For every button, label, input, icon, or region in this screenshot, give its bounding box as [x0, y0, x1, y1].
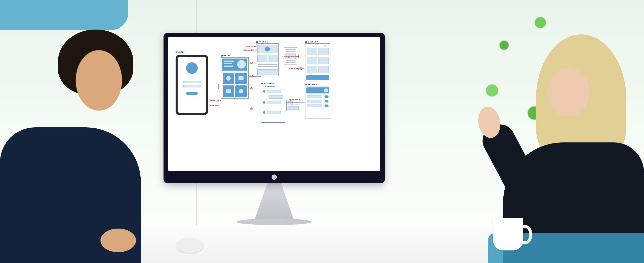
step-marker: 2: [250, 62, 253, 64]
wireframe-login-label: LOGIN: [176, 51, 184, 53]
flow-line: [279, 56, 283, 56]
annotation-application: Application: [289, 98, 300, 101]
person-left: [0, 12, 161, 263]
menu-tile: [235, 73, 247, 84]
monitor-base: [236, 219, 312, 225]
wireframe-profile: PROFILE: [256, 43, 279, 76]
step-marker: 5: [250, 108, 253, 110]
wireframe-application: [286, 100, 300, 111]
wireframe-gallery-label: GALLERY: [308, 41, 318, 43]
menu-tile: [223, 85, 234, 97]
annotation-my-gallery: My Gallery7: [289, 67, 302, 70]
avatar-icon: [186, 62, 198, 74]
flow-line: [209, 84, 220, 84]
wireframe-setting: SETTING: [305, 86, 330, 119]
search-icon: 🔍 ⋮: [324, 45, 329, 47]
menu-tile: [223, 73, 234, 84]
annotation-main-menu: Main Menu: [210, 104, 220, 107]
monitor-stand: [254, 181, 294, 221]
coffee-mug: [493, 218, 523, 250]
wireframe-message: MESSAGE ← Contact Name: [261, 85, 285, 123]
step-marker: 3: [250, 75, 253, 77]
annotation-edit-profile: Edit profile1: [244, 49, 257, 51]
flow-line: [298, 68, 304, 69]
image-icon: [318, 57, 329, 64]
wireframe-menu: MENU: [221, 57, 249, 99]
annotation-hello: Hello Name: [246, 45, 257, 47]
screen: LOGIN MENU: [168, 37, 380, 171]
wireframe-login: [176, 55, 208, 115]
computer-mouse: [176, 238, 204, 253]
input-field: [183, 81, 200, 83]
image-icon: [307, 57, 317, 64]
wireframe-profile-label: PROFILE: [259, 41, 268, 43]
login-button: [186, 92, 198, 95]
annotation-change-profile: Change Profile6: [283, 55, 300, 58]
annotation-press-login: Press Login: [210, 99, 221, 102]
image-icon: [318, 66, 329, 73]
flow-line: [286, 102, 305, 103]
image-icon: [318, 48, 329, 55]
wireframe-message-label: MESSAGE: [264, 82, 275, 84]
avatar-icon: [237, 60, 246, 69]
monitor-logo-icon: [270, 173, 278, 181]
flow-line: [249, 89, 261, 89]
monitor: LOGIN MENU: [164, 33, 385, 183]
message-header: Contact Name: [265, 86, 275, 87]
menu-tile: [235, 85, 247, 97]
wireframe-gallery: GALLERY 🔍 ⋮: [305, 43, 330, 81]
flow-line: [249, 76, 261, 77]
step-marker: 4: [250, 87, 253, 90]
decorative-overlay-top: [0, 0, 128, 30]
menu-header: [222, 59, 247, 71]
flow-line: [249, 64, 256, 64]
wireframe-setting-label: SETTING: [308, 83, 317, 86]
input-field: [183, 85, 200, 87]
profile-header: [257, 45, 277, 53]
flow-line: [218, 84, 219, 89]
wireframe-menu-label: MENU: [223, 55, 230, 57]
image-icon: [307, 66, 317, 73]
image-icon: [307, 48, 317, 55]
